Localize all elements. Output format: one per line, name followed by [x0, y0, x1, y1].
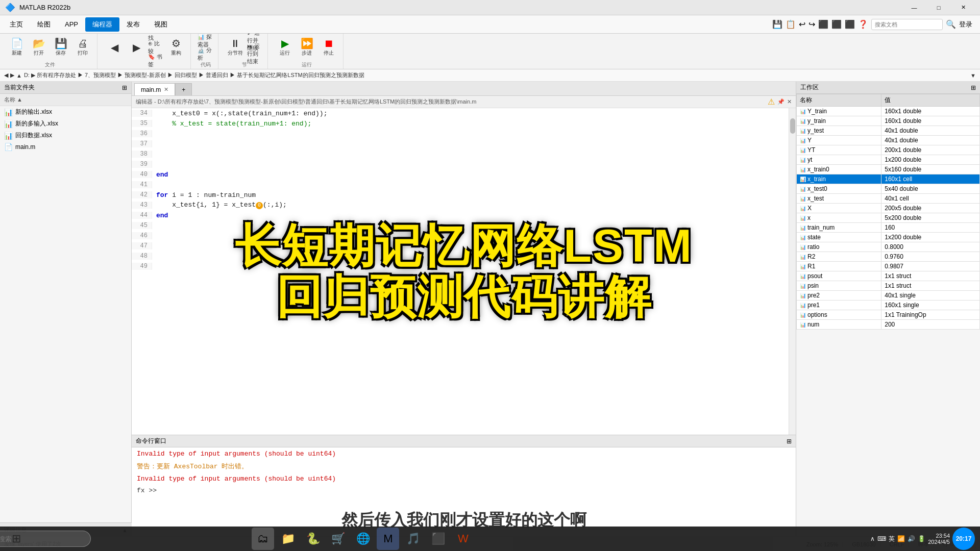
taskbar-store[interactable]: 🛒 — [327, 528, 349, 550]
workspace-row[interactable]: 📊pre2 40x1 single — [797, 291, 980, 300]
excel-icon: 📊 — [4, 132, 13, 140]
cmd-content[interactable]: Invalid type of input arguments (should … — [132, 447, 796, 537]
save-button[interactable]: 💾保存 — [51, 35, 71, 60]
tab-close-icon[interactable]: ✕ — [164, 86, 168, 93]
back-button[interactable]: ◀ — [104, 35, 125, 60]
wifi-icon[interactable]: 📶 — [897, 535, 905, 542]
help-icon[interactable]: ❓ — [858, 19, 868, 29]
file-item[interactable]: 📊 回归数据.xlsx — [0, 130, 131, 141]
taskbar-browser[interactable]: 🌐 — [352, 528, 374, 550]
stop-button[interactable]: ⏹停止 — [318, 35, 339, 60]
editor-tab-main[interactable]: main.m ✕ — [134, 83, 175, 95]
analyze-button[interactable]: 🔬 分析 — [198, 48, 214, 60]
nav-up-icon[interactable]: ▲ — [16, 72, 22, 79]
file-item[interactable]: 📊 新的多输入.xlsx — [0, 118, 131, 130]
run-button[interactable]: ▶运行 — [275, 35, 295, 60]
maximize-button[interactable]: □ — [927, 0, 950, 15]
file-item[interactable]: 📊 新的输出.xlsx — [0, 106, 131, 118]
workspace-row[interactable]: 📊Y_train 160x1 double — [797, 107, 980, 116]
workspace-row[interactable]: 📊psin 1x1 struct — [797, 281, 980, 291]
nav-forward-icon[interactable]: ▶ — [10, 72, 14, 79]
keyboard-icon[interactable]: ⌨ — [877, 535, 886, 542]
section-break-button[interactable]: ⏸分节符 — [225, 35, 246, 60]
workspace-expand-icon[interactable]: ⊞ — [971, 84, 976, 91]
minimize-button[interactable]: — — [902, 0, 926, 15]
workspace-row[interactable]: 📊X 200x5 double — [797, 204, 980, 213]
taskbar-matlab[interactable]: M — [377, 528, 399, 550]
file-item[interactable]: 📄 main.m — [0, 141, 131, 153]
time-display[interactable]: 23:54 2024/4/5 — [928, 533, 950, 545]
editor-tab-new[interactable]: + — [175, 83, 192, 95]
forward-button[interactable]: ▶ — [126, 35, 146, 60]
print-button[interactable]: 🖨打印 — [72, 35, 93, 60]
search-taskbar[interactable] — [30, 528, 53, 550]
toolbar-icon-5[interactable]: ⬛ — [818, 19, 828, 29]
workspace-row[interactable]: 📊y_test 40x1 double — [797, 126, 980, 136]
refactor-button[interactable]: ⚙重构 — [166, 35, 186, 60]
step-button[interactable]: ⏩步进 — [297, 35, 317, 60]
workspace-row[interactable]: 📊yt 1x200 double — [797, 155, 980, 165]
workspace-row[interactable]: 📊psout 1x1 struct — [797, 271, 980, 281]
workspace-row[interactable]: 📊state 1x200 double — [797, 233, 980, 242]
search-button[interactable]: 🔍 — [946, 19, 956, 29]
workspace-row[interactable]: 📊pre1 160x1 single — [797, 300, 980, 310]
scrollbar-thumb[interactable] — [790, 118, 795, 134]
toolbar-icon-1[interactable]: 💾 — [772, 19, 782, 29]
menu-editor[interactable]: 编程器 — [85, 17, 119, 32]
taskbar-search-input[interactable] — [0, 531, 91, 547]
workspace-row[interactable]: 📊x_train 160x1 cell — [797, 174, 980, 184]
login-button[interactable]: 登录 — [959, 20, 972, 29]
editor-pin-icon[interactable]: 📌 — [777, 98, 785, 105]
workspace-row[interactable]: 📊R1 0.9807 — [797, 262, 980, 271]
toolbar-icon-7[interactable]: ⬛ — [845, 19, 855, 29]
run-to-end-button[interactable]: ⏭ 运行到结束 — [247, 48, 263, 60]
toolbar-icon-2[interactable]: 📋 — [786, 19, 796, 29]
editor-scrollbar[interactable] — [789, 108, 796, 435]
workspace-row[interactable]: 📊x 5x200 double — [797, 213, 980, 223]
taskbar-app2[interactable]: W — [452, 528, 474, 550]
workspace-row[interactable]: 📊R2 0.9760 — [797, 252, 980, 262]
workspace-row[interactable]: 📊x_train0 5x160 double — [797, 165, 980, 174]
workspace-row[interactable]: 📊x_test0 5x40 double — [797, 184, 980, 194]
menu-plot[interactable]: 绘图 — [30, 17, 58, 32]
close-button[interactable]: ✕ — [951, 0, 975, 15]
volume-icon[interactable]: 🔊 — [908, 535, 915, 542]
folder-expand-icon[interactable]: ⊞ — [122, 84, 127, 91]
battery-icon[interactable]: 🔋 — [918, 535, 925, 542]
new-button[interactable]: 📄新建 — [7, 35, 27, 60]
workspace-row[interactable]: 📊ratio 0.8000 — [797, 242, 980, 252]
col-header-name[interactable]: 名称 — [797, 94, 881, 107]
taskbar-music[interactable]: 🎵 — [402, 528, 424, 550]
workspace-row[interactable]: 📊train_num 160 — [797, 223, 980, 233]
workspace-row[interactable]: 📊YT 200x1 double — [797, 145, 980, 155]
tray-up-icon[interactable]: ∧ — [870, 535, 875, 542]
bookmark-button[interactable]: 🔖 书签 — [148, 55, 164, 67]
editor-close-icon[interactable]: ✕ — [787, 98, 792, 105]
taskbar-python[interactable]: 🐍 — [302, 528, 324, 550]
menu-home[interactable]: 主页 — [3, 17, 30, 32]
taskbar-app1[interactable]: ⬛ — [427, 528, 449, 550]
explorer-button[interactable]: 📊 探索器 — [198, 35, 214, 47]
open-button[interactable]: 📂打开 — [29, 35, 49, 60]
cmd-prompt[interactable]: fx >> — [137, 487, 791, 494]
workspace-row[interactable]: 📊Y 40x1 double — [797, 136, 980, 145]
menu-app[interactable]: APP — [58, 17, 85, 32]
toolbar-icon-3[interactable]: ↩ — [799, 19, 805, 29]
toolbar-icon-6[interactable]: ⬛ — [831, 19, 842, 29]
cmd-expand-icon[interactable]: ⊞ — [787, 438, 792, 445]
taskbar-filebrowser[interactable]: 🗂 — [252, 528, 274, 550]
workspace-row[interactable]: 📊num 200 — [797, 320, 980, 330]
menu-publish[interactable]: 发布 — [119, 17, 147, 32]
code-editor[interactable]: 34 x_test0 = x(:,state(train_num+1: end)… — [132, 108, 796, 435]
workspace-row[interactable]: 📊x_test 40x1 cell — [797, 194, 980, 204]
taskbar-explorer[interactable]: 📁 — [277, 528, 299, 550]
toolbar-icon-4[interactable]: ↪ — [808, 19, 815, 29]
menu-view[interactable]: 视图 — [147, 17, 175, 32]
search-input[interactable] — [871, 19, 943, 30]
nav-back-icon[interactable]: ◀ — [4, 72, 8, 79]
workspace-row[interactable]: 📊y_train 160x1 double — [797, 116, 980, 126]
expand-icon[interactable]: ▼ — [970, 72, 976, 79]
compare-button[interactable]: ⊕ 比较 — [148, 41, 164, 54]
workspace-row[interactable]: 📊options 1x1 TrainingOp — [797, 310, 980, 320]
col-header-value[interactable]: 值 — [881, 94, 980, 107]
